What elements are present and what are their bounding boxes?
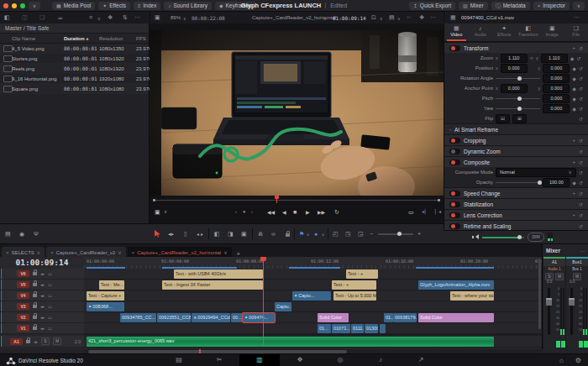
track-badge[interactable]: V6 [17,270,29,277]
track-header-v4[interactable]: V4 ◂▸▭ [0,290,84,301]
channel-fader[interactable]: 0 5 10 15 20 30 40 50 [566,286,588,340]
transform-enable-toggle[interactable] [449,45,460,51]
bin-panel-icon[interactable]: ◧ [4,14,10,21]
auto-select-icon[interactable]: ◂▸ [40,293,45,298]
media-pool-row[interactable]: Square.png 00:00:00:01 1080x1080 23.976 [0,84,149,94]
track-badge[interactable]: V1 [17,325,29,332]
mixer-strip-tab[interactable]: Bus1 [566,257,588,266]
play-button[interactable]: ▶ [306,209,310,215]
timeline-selector-chevron[interactable]: ∨ [323,16,327,21]
goto-in-icon[interactable]: ▸▏ [423,209,428,214]
zoom-out-icon[interactable]: − [370,231,373,237]
track-lock-icon[interactable] [33,327,37,330]
track-lock-icon[interactable] [33,316,37,319]
volume-slider[interactable] [482,237,524,238]
timeline-clip-selected[interactable]: ✦009474... [243,313,275,322]
position-x-field[interactable]: 0.000 [501,64,528,73]
dim-button[interactable]: DIM [528,233,544,242]
timeline-clip[interactable]: ∗00929494_CCd v1... [192,313,230,322]
timeline-clip[interactable]: Glyph_LogoAnimation_Alpha.mov [418,280,494,290]
gang-viewers-icon[interactable]: ▤ [389,14,395,21]
auto-select-icon[interactable]: ◂▸ [34,339,38,344]
auto-select-icon[interactable]: ◂▸ [40,315,45,320]
track-enable-icon[interactable]: ▭ [48,282,52,287]
yaw-field[interactable]: 0.000 [543,104,570,113]
index-button[interactable]: ≡Index [134,2,160,10]
timeline-clip[interactable]: 01300... [365,324,378,333]
reset-icon[interactable]: ↺ [579,149,583,154]
media-pool-row[interactable]: Stories.png 00:00:00:01 1080x1920 23.976 [0,54,149,64]
position-lock-icon[interactable] [286,233,290,237]
scrollbar-thumb[interactable] [88,350,347,353]
timeline-zoom-slider[interactable] [378,233,413,235]
flip-horizontal-button[interactable]: ⊟ [496,114,510,123]
insert-clip-icon[interactable]: ◧ [214,231,220,238]
mixer-button[interactable]: ▥Mixer [459,2,488,10]
mute-button[interactable]: M [555,273,564,280]
dynamic-zoom-section-header[interactable]: Dynamic Zoom ↺ [444,145,588,156]
timeline-clip[interactable]: 01... [318,324,331,333]
anchor-y-field[interactable]: 0.000 [543,84,570,93]
timeline-clip[interactable]: Text - + [346,269,378,279]
timeline-vertical-scrollbar[interactable] [538,259,541,329]
opacity-field[interactable]: 100.00 [543,178,570,187]
rotation-field[interactable]: 0.000 [543,74,570,83]
track-badge[interactable]: V5 [17,281,29,288]
auto-select-icon[interactable]: ◂▸ [40,271,45,276]
timeline-clip[interactable]: 00934785_CC... [120,313,156,322]
mixer-more-icon[interactable]: ⋯ [580,248,585,254]
list-view-chevron[interactable]: ∨ [97,16,101,21]
chevron-down-icon[interactable]: ∨ [118,249,121,255]
column-fps[interactable]: FPS [136,36,150,41]
timeline-clip[interactable] [380,324,386,333]
timeline-clip[interactable]: Text - with USB4 40Gb/s [174,269,263,279]
jog-dot-icon[interactable]: ● [243,209,245,214]
column-clip-name[interactable]: Clip Name [12,36,64,41]
search-icon[interactable]: ❖ [108,14,113,21]
track-badge[interactable]: V2 [17,314,29,321]
timeline-clip[interactable]: 01... [384,313,393,322]
track-enable-icon[interactable]: ▭ [48,293,52,298]
timeline-clip[interactable]: ✦00B368... [87,302,124,311]
trim-edit-mode-icon[interactable]: ◂▸ [168,231,174,238]
timeline-clip[interactable]: Text - Capture + [87,291,124,301]
metadata-button[interactable]: ⓘMetadata [491,2,530,10]
keyframe-icon[interactable]: ◆ [570,55,575,61]
timeline-clip[interactable]: Text - where your sto... [450,291,494,301]
cropping-enable-toggle[interactable] [449,138,460,144]
track-badge[interactable]: V4 [17,292,29,299]
keyframe-icon[interactable]: ◆ [572,106,576,112]
keyframe-icon[interactable]: ◆ [572,180,576,186]
lens-correction-section-header[interactable]: Lens Correction + ↺ [444,209,588,220]
lens-correction-enable-toggle[interactable] [449,212,460,218]
page-edit[interactable]: ▥ [239,354,280,366]
zoom-chevron[interactable]: ∨ [183,16,186,21]
reset-icon[interactable]: ↺ [579,138,583,144]
page-fusion[interactable]: ❖ [280,354,320,366]
anchor-x-field[interactable]: 0.000 [501,84,528,93]
solo-button[interactable]: S [41,337,50,345]
custom-zoom-icon[interactable]: ◲ [358,231,364,238]
bin-view-icon[interactable]: ◫ [22,14,28,21]
window-layout-chevron[interactable]: ∨ [29,2,40,10]
auto-select-icon[interactable]: ◂▸ [40,326,45,331]
stabilization-enable-toggle[interactable] [449,201,460,207]
reset-icon[interactable]: ↺ [579,96,583,102]
overwrite-clip-icon[interactable]: ◨ [228,231,234,238]
sound-library-button[interactable]: ♪Sound Library [164,2,211,10]
timeline-clip[interactable]: Text - Up to 5,000 MB/s [333,291,376,301]
page-media[interactable]: ▤ [159,354,199,366]
close-icon[interactable]: × [6,250,9,255]
track-header-v2[interactable]: V2 ◂▸▭ [0,312,84,323]
timeline-clip[interactable]: 00938179... [393,313,417,322]
timeline-clip[interactable]: 00923551_CC8 ... [157,313,191,322]
reset-icon[interactable]: ↺ [579,116,583,122]
marker-icon[interactable]: ● [314,231,318,237]
goto-out-icon[interactable]: ▏◂ [435,209,441,214]
retime-scaling-section-header[interactable]: Retime and Scaling ↺ [444,220,588,230]
tab-transition[interactable]: ◧Transition [517,24,541,41]
track-lock-icon[interactable] [33,305,37,308]
timeline-clip[interactable]: Text - + [332,280,376,290]
close-icon[interactable]: × [132,250,135,255]
yaw-slider[interactable] [496,105,540,112]
